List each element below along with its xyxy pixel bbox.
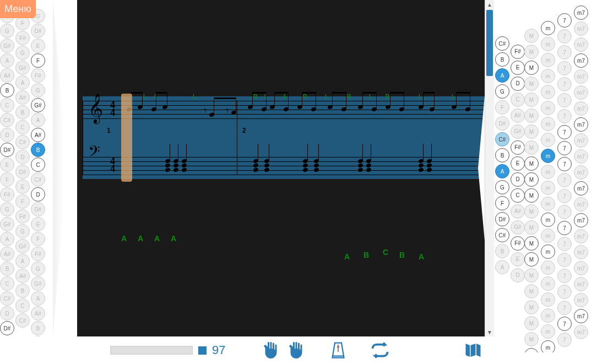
keyboard-button[interactable]: m7 bbox=[574, 117, 588, 132]
keyboard-button[interactable]: C bbox=[0, 276, 14, 291]
keyboard-button[interactable]: A# bbox=[31, 128, 45, 142]
keyboard-button[interactable]: m7 bbox=[574, 165, 588, 180]
keyboard-button[interactable]: B bbox=[0, 262, 14, 276]
keyboard-button[interactable]: M bbox=[524, 172, 539, 187]
keyboard-button[interactable]: M bbox=[524, 156, 539, 171]
keyboard-button[interactable]: m bbox=[541, 181, 555, 195]
keyboard-button[interactable]: F# bbox=[511, 236, 525, 251]
keyboard-button[interactable]: 7 bbox=[557, 301, 572, 315]
keyboard-button[interactable]: 7 bbox=[557, 125, 572, 139]
keyboard-button[interactable]: 7 bbox=[557, 317, 572, 331]
keyboard-button[interactable]: F bbox=[495, 100, 509, 115]
keyboard-button[interactable]: G bbox=[0, 202, 14, 216]
keyboard-button[interactable]: m bbox=[541, 292, 555, 307]
keyboard-button[interactable]: C# bbox=[0, 291, 14, 306]
keyboard-button[interactable]: M bbox=[524, 188, 539, 203]
keyboard-button[interactable]: G# bbox=[511, 220, 525, 235]
keyboard-button[interactable]: D# bbox=[15, 165, 30, 179]
keyboard-button[interactable]: B bbox=[495, 52, 509, 67]
keyboard-button[interactable]: m bbox=[541, 276, 555, 291]
keyboard-button[interactable]: A# bbox=[0, 247, 14, 261]
keyboard-button[interactable]: F# bbox=[0, 187, 14, 202]
keyboard-button[interactable]: 7 bbox=[557, 285, 572, 299]
keyboard-button[interactable]: A# bbox=[0, 68, 14, 83]
keyboard-button[interactable]: 7 bbox=[557, 205, 572, 219]
keyboard-button[interactable]: G bbox=[31, 262, 45, 276]
keyboard-button[interactable]: D# bbox=[495, 116, 509, 131]
keyboard-button[interactable]: B bbox=[495, 244, 509, 258]
keyboard-button[interactable]: C# bbox=[495, 36, 509, 51]
keyboard-button[interactable]: G bbox=[15, 46, 30, 60]
keyboard-button[interactable]: m7 bbox=[574, 69, 588, 84]
keyboard-button[interactable]: D bbox=[511, 172, 525, 187]
keyboard-button[interactable]: F# bbox=[15, 31, 30, 45]
keyboard-button[interactable]: E bbox=[15, 180, 30, 194]
keyboard-button[interactable]: G# bbox=[511, 124, 525, 139]
keyboard-button[interactable]: F# bbox=[31, 68, 45, 83]
keyboard-button[interactable]: M bbox=[524, 284, 539, 298]
keyboard-button[interactable]: 7 bbox=[557, 189, 572, 203]
keyboard-button[interactable]: D bbox=[511, 77, 525, 91]
right-hand-button[interactable] bbox=[284, 340, 309, 361]
keyboard-button[interactable]: G# bbox=[15, 61, 30, 75]
keyboard-button[interactable]: M bbox=[524, 108, 539, 123]
keyboard-button[interactable]: 7 bbox=[557, 93, 572, 107]
keyboard-button[interactable]: C bbox=[31, 157, 45, 172]
keyboard-button[interactable]: E bbox=[31, 217, 45, 231]
keyboard-button[interactable]: A bbox=[15, 254, 30, 268]
keyboard-button[interactable]: m7 bbox=[574, 293, 588, 307]
keyboard-button[interactable]: 7 bbox=[557, 157, 572, 171]
keyboard-button[interactable]: D# bbox=[31, 24, 45, 38]
keyboard-button[interactable]: G# bbox=[31, 276, 45, 291]
keyboard-button[interactable]: m7 bbox=[574, 101, 588, 116]
keyboard-button[interactable]: F bbox=[31, 232, 45, 246]
keyboard-button[interactable]: M bbox=[524, 268, 539, 282]
keyboard-button[interactable]: 7 bbox=[557, 141, 572, 155]
keyboard-button[interactable]: m7 bbox=[574, 245, 588, 259]
playback-cursor[interactable] bbox=[121, 94, 132, 182]
keyboard-button[interactable]: C bbox=[511, 93, 525, 107]
keyboard-button[interactable]: m bbox=[541, 53, 555, 67]
keyboard-button[interactable]: 7 bbox=[557, 61, 572, 75]
keyboard-button[interactable]: M bbox=[524, 140, 539, 155]
keyboard-button[interactable]: A bbox=[495, 164, 509, 178]
keyboard-button[interactable]: D# bbox=[31, 202, 45, 216]
keyboard-button[interactable]: m bbox=[541, 213, 555, 227]
keyboard-button[interactable]: m bbox=[541, 340, 555, 352]
keyboard-button[interactable]: M bbox=[524, 316, 539, 330]
keyboard-button[interactable]: 7 bbox=[557, 29, 572, 44]
loop-button[interactable] bbox=[367, 340, 393, 361]
keyboard-button[interactable]: C bbox=[15, 298, 30, 313]
keyboard-button[interactable]: A bbox=[15, 75, 30, 90]
keyboard-button[interactable]: C# bbox=[495, 132, 509, 146]
keyboard-button[interactable]: m7 bbox=[574, 133, 588, 148]
keyboard-button[interactable]: A# bbox=[15, 90, 30, 105]
keyboard-button[interactable]: C# bbox=[15, 313, 30, 328]
keyboard-button[interactable]: M bbox=[524, 348, 539, 352]
keyboard-button[interactable]: 7 bbox=[557, 173, 572, 187]
keyboard-button[interactable]: m bbox=[541, 133, 555, 147]
stop-button[interactable] bbox=[198, 346, 207, 355]
keyboard-button[interactable]: A bbox=[495, 260, 509, 274]
keyboard-button[interactable]: F# bbox=[511, 45, 525, 59]
keyboard-button[interactable]: M bbox=[524, 93, 539, 107]
keyboard-button[interactable]: M bbox=[524, 300, 539, 314]
keyboard-button[interactable]: m bbox=[541, 324, 555, 339]
keyboard-button[interactable]: M bbox=[524, 332, 539, 346]
keyboard-button[interactable]: M bbox=[524, 61, 539, 75]
keyboard-button[interactable]: G# bbox=[31, 98, 45, 112]
keyboard-button[interactable]: C bbox=[0, 98, 14, 112]
keyboard-button[interactable]: D bbox=[15, 150, 30, 164]
keyboard-button[interactable]: m7 bbox=[574, 53, 588, 68]
keyboard-button[interactable]: M bbox=[524, 29, 539, 43]
keyboard-button[interactable]: M bbox=[524, 45, 539, 59]
keyboard-button[interactable]: 7 bbox=[557, 109, 572, 123]
keyboard-button[interactable]: F bbox=[495, 196, 509, 210]
keyboard-button[interactable]: m7 bbox=[574, 229, 588, 243]
keyboard-button[interactable]: m bbox=[541, 165, 555, 179]
keyboard-button[interactable]: M bbox=[524, 236, 539, 251]
keyboard-button[interactable]: 7 bbox=[557, 77, 572, 91]
keyboard-button[interactable]: G bbox=[495, 84, 509, 99]
keyboard-button[interactable]: m bbox=[541, 101, 555, 115]
keyboard-button[interactable]: M bbox=[524, 204, 539, 219]
